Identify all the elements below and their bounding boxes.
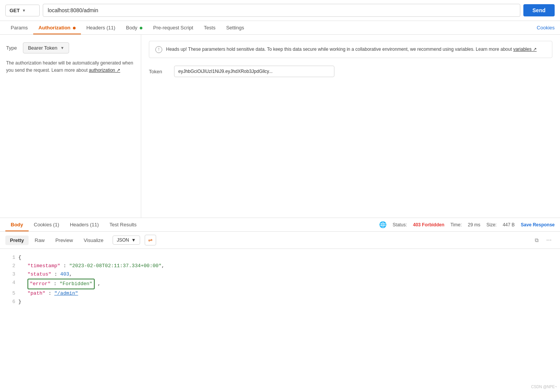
tab-settings[interactable]: Settings (221, 21, 249, 34)
format-label: JSON (117, 237, 129, 243)
subtab-preview[interactable]: Preview (51, 236, 77, 245)
info-text: Heads up! These parameters hold sensitiv… (166, 46, 537, 53)
status-label: Status: (393, 222, 407, 227)
resp-tab-cookies[interactable]: Cookies (1) (29, 218, 65, 231)
authorization-dot (73, 27, 76, 29)
tab-tests[interactable]: Tests (199, 21, 221, 34)
subtab-raw[interactable]: Raw (30, 236, 49, 245)
format-chevron-icon: ▼ (131, 237, 136, 243)
main-content: Type Bearer Token ▼ The authorization he… (0, 35, 560, 218)
subtab-pretty[interactable]: Pretty (5, 236, 29, 245)
type-row: Type Bearer Token ▼ (6, 42, 135, 53)
error-highlight-box: "error" : "Forbidden" (27, 279, 95, 289)
url-bar: GET ▼ Send (0, 0, 560, 21)
token-input[interactable] (174, 66, 334, 77)
method-chevron-icon: ▼ (22, 8, 26, 13)
save-response-button[interactable]: Save Response (521, 222, 555, 227)
more-button[interactable]: ⋯ (543, 235, 555, 245)
status-value: 403 Forbidden (413, 222, 444, 227)
time-value: 29 ms (468, 222, 481, 227)
size-label: Size: (486, 222, 497, 227)
format-select[interactable]: JSON ▼ (113, 236, 140, 245)
copy-button[interactable]: ⧉ (532, 235, 542, 245)
request-tabs: Params Authorization Headers (11) Body P… (0, 21, 560, 35)
type-label: Type (6, 45, 17, 51)
tab-params[interactable]: Params (5, 21, 33, 34)
resp-tab-headers[interactable]: Headers (11) (65, 218, 104, 231)
wrap-button[interactable]: ⇌ (145, 235, 156, 245)
json-line-2: 2 "timestamp" : "2023-02-08T02:11:37.334… (8, 262, 552, 270)
resp-tab-test-results[interactable]: Test Results (104, 218, 142, 231)
tab-body[interactable]: Body (121, 21, 148, 34)
auth-right-panel: ! Heads up! These parameters hold sensit… (141, 35, 560, 218)
resp-status-area: 🌐 Status: 403 Forbidden Time: 29 ms Size… (379, 221, 555, 228)
subtab-visualize[interactable]: Visualize (79, 236, 108, 245)
auth-left-panel: Type Bearer Token ▼ The authorization he… (0, 35, 141, 218)
time-label: Time: (450, 222, 462, 227)
tab-pre-request[interactable]: Pre-request Script (148, 21, 199, 34)
json-line-1: 1 { (8, 253, 552, 262)
json-line-4: 4 "error" : "Forbidden" , (8, 279, 552, 289)
send-button[interactable]: Send (523, 4, 555, 16)
body-subtabs: Pretty Raw Preview Visualize JSON ▼ ⇌ ⧉ … (0, 232, 560, 249)
response-area: Body Cookies (1) Headers (11) Test Resul… (0, 218, 560, 311)
size-value: 447 B (503, 222, 515, 227)
bearer-token-label: Bearer Token (28, 45, 57, 51)
json-line-5: 5 "path" : "/admin" (8, 289, 552, 298)
auth-note: The authorization header will be automat… (6, 60, 135, 74)
globe-icon: 🌐 (379, 221, 387, 228)
json-viewer: 1 { 2 "timestamp" : "2023-02-08T02:11:37… (0, 249, 560, 311)
tab-headers[interactable]: Headers (11) (81, 21, 121, 34)
bearer-token-chevron-icon: ▼ (60, 46, 64, 50)
resp-tab-body[interactable]: Body (5, 218, 29, 231)
json-line-6: 6 } (8, 298, 552, 306)
response-tabs-row: Body Cookies (1) Headers (11) Test Resul… (0, 218, 560, 232)
tab-authorization[interactable]: Authorization (33, 21, 81, 34)
method-select[interactable]: GET ▼ (5, 5, 40, 16)
bearer-token-select[interactable]: Bearer Token ▼ (23, 42, 69, 53)
authorization-link[interactable]: authorization ↗ (89, 68, 120, 73)
variables-link[interactable]: variables ↗ (513, 47, 536, 52)
tab-cookies[interactable]: Cookies (531, 21, 555, 34)
url-input[interactable] (43, 4, 520, 17)
json-line-3: 3 "status" : 403, (8, 270, 552, 279)
token-label: Token (149, 69, 168, 74)
body-dot (140, 27, 142, 29)
info-icon: ! (155, 46, 162, 53)
method-label: GET (10, 8, 20, 13)
token-row: Token (149, 66, 552, 77)
info-box: ! Heads up! These parameters hold sensit… (149, 41, 552, 58)
